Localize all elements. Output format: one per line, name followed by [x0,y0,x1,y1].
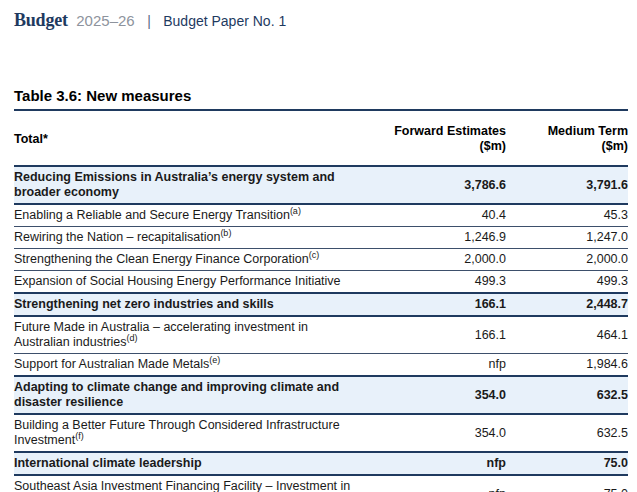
table-row: Southeast Asia Investment Financing Faci… [14,475,628,492]
new-measures-table: Total* Forward Estimates ($m) Medium Ter… [14,111,628,492]
footnote-marker: (e) [209,355,220,365]
measure-label: Strengthening the Clean Energy Finance C… [14,249,366,271]
medium-term-value: 45.3 [506,204,628,227]
medium-term-value: 1,247.0 [506,227,628,249]
table-row: Future Made in Australia – accelerating … [14,316,628,354]
column-header-total: Total* [14,111,366,166]
measure-label: Southeast Asia Investment Financing Faci… [14,475,366,492]
footnote-marker: (c) [309,250,320,260]
column-header-medium-unit: ($m) [506,139,628,154]
measure-label-text: Expansion of Social Housing Energy Perfo… [14,274,341,288]
measure-label-text: Support for Australian Made Metals [14,357,209,371]
measure-label: Adapting to climate change and improving… [14,376,366,414]
measure-label-text: Southeast Asia Investment Financing Faci… [14,479,350,492]
footnote-marker: (f) [75,431,84,441]
medium-term-value: 499.3 [506,271,628,294]
measure-label: Expansion of Social Housing Energy Perfo… [14,271,366,294]
medium-term-value: 75.0 [506,452,628,475]
measure-label: Future Made in Australia – accelerating … [14,316,366,354]
forward-estimates-value: nfp [366,452,506,475]
table-row: Rewiring the Nation – recapitalisation(b… [14,227,628,249]
table-row: Adapting to climate change and improving… [14,376,628,414]
measure-label: Strengthening net zero industries and sk… [14,293,366,316]
measure-label: International climate leadership [14,452,366,475]
medium-term-value: 2,000.0 [506,249,628,271]
table-row: Expansion of Social Housing Energy Perfo… [14,271,628,294]
forward-estimates-value: 354.0 [366,414,506,452]
measure-label: Building a Better Future Through Conside… [14,414,366,452]
forward-estimates-value: 2,000.0 [366,249,506,271]
measure-label: Support for Australian Made Metals(e) [14,354,366,377]
header-separator: | [147,13,151,29]
measure-label: Rewiring the Nation – recapitalisation(b… [14,227,366,249]
table-row: Strengthening net zero industries and sk… [14,293,628,316]
forward-estimates-value: 354.0 [366,376,506,414]
measure-label-text: Adapting to climate change and improving… [14,380,339,409]
medium-term-value: 75.0 [506,475,628,492]
measure-label-text: International climate leadership [14,456,202,470]
medium-term-value: 632.5 [506,414,628,452]
medium-term-value: 1,984.6 [506,354,628,377]
table-row: Enabling a Reliable and Secure Energy Tr… [14,204,628,227]
column-header-row: Total* Forward Estimates ($m) Medium Ter… [14,111,628,166]
footnote-marker: (b) [220,228,231,238]
table-row: International climate leadership nfp 75.… [14,452,628,475]
column-header-medium-name: Medium Term [506,124,628,139]
measure-label-text: Rewiring the Nation – recapitalisation [14,230,220,244]
medium-term-value: 464.1 [506,316,628,354]
measure-label-text: Building a Better Future Through Conside… [14,418,340,447]
budget-year: 2025–26 [76,12,134,29]
paper-title: Budget Paper No. 1 [163,13,286,29]
measure-label-text: Strengthening the Clean Energy Finance C… [14,252,309,266]
column-header-forward-unit: ($m) [366,139,506,154]
budget-logo: Budget [14,10,68,30]
forward-estimates-value: 40.4 [366,204,506,227]
table-row: Reducing Emissions in Australia’s energy… [14,166,628,204]
forward-estimates-value: 499.3 [366,271,506,294]
column-header-forward-name: Forward Estimates [366,124,506,139]
column-header-forward-estimates: Forward Estimates ($m) [366,111,506,166]
measure-label: Reducing Emissions in Australia’s energy… [14,166,366,204]
table-row: Building a Better Future Through Conside… [14,414,628,452]
forward-estimates-value: 166.1 [366,293,506,316]
footnote-marker: (a) [290,206,301,216]
forward-estimates-value: 166.1 [366,316,506,354]
medium-term-value: 3,791.6 [506,166,628,204]
measure-label: Enabling a Reliable and Secure Energy Tr… [14,204,366,227]
measure-label-text: Strengthening net zero industries and sk… [14,297,274,311]
measure-label-text: Reducing Emissions in Australia’s energy… [14,170,335,199]
column-header-medium-term: Medium Term ($m) [506,111,628,166]
footnote-marker: (d) [127,333,138,343]
medium-term-value: 2,448.7 [506,293,628,316]
document-header: Budget 2025–26 | Budget Paper No. 1 [14,10,628,31]
forward-estimates-value: 3,786.6 [366,166,506,204]
table-row: Strengthening the Clean Energy Finance C… [14,249,628,271]
forward-estimates-value: 1,246.9 [366,227,506,249]
table-row: Support for Australian Made Metals(e) nf… [14,354,628,377]
medium-term-value: 632.5 [506,376,628,414]
measure-label-text: Enabling a Reliable and Secure Energy Tr… [14,208,290,222]
measure-label-text: Future Made in Australia – accelerating … [14,320,308,349]
forward-estimates-value: nfp [366,354,506,377]
table-title: Table 3.6: New measures [14,87,628,111]
page: Budget 2025–26 | Budget Paper No. 1 Tabl… [0,0,637,492]
forward-estimates-value: nfp [366,475,506,492]
